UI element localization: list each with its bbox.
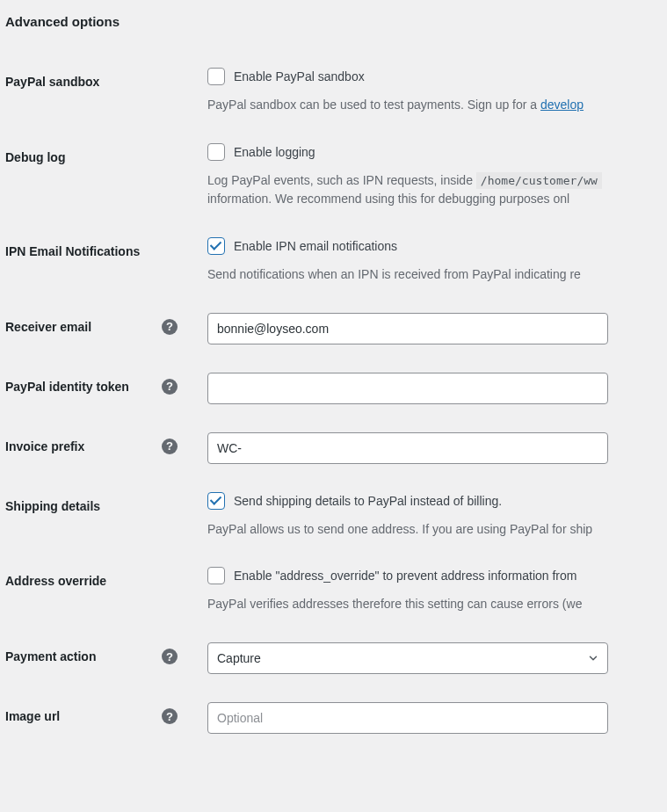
address-override-checkbox-label[interactable]: Enable "address_override" to prevent add… (207, 567, 667, 584)
ipn-notifications-checkbox-label[interactable]: Enable IPN email notifications (207, 237, 667, 255)
help-icon[interactable]: ? (162, 439, 178, 454)
debug-log-checkbox-text: Enable logging (234, 145, 315, 159)
address-override-checkbox[interactable] (207, 567, 225, 584)
ipn-notifications-checkbox-text: Enable IPN email notifications (234, 239, 397, 253)
identity-token-label: PayPal identity token (5, 380, 129, 394)
invoice-prefix-label: Invoice prefix (5, 439, 84, 453)
image-url-label: Image url (5, 709, 60, 723)
settings-table: PayPal sandbox Enable PayPal sandbox Pay… (5, 54, 667, 748)
debug-log-checkbox[interactable] (207, 143, 225, 161)
paypal-sandbox-checkbox-label[interactable]: Enable PayPal sandbox (207, 68, 667, 85)
payment-action-label: Payment action (5, 649, 96, 663)
address-override-checkbox-text: Enable "address_override" to prevent add… (234, 569, 576, 583)
address-override-description: PayPal verifies addresses therefore this… (207, 595, 667, 614)
shipping-details-label: Shipping details (5, 499, 100, 513)
receiver-email-label: Receiver email (5, 320, 91, 334)
image-url-input[interactable] (207, 702, 608, 734)
shipping-details-checkbox-label[interactable]: Send shipping details to PayPal instead … (207, 492, 667, 510)
debug-log-path-code: /home/customer/ww (476, 172, 602, 189)
payment-action-select[interactable]: Capture (207, 642, 608, 674)
debug-log-label: Debug log (5, 150, 65, 164)
ipn-notifications-checkbox[interactable] (207, 237, 225, 255)
debug-log-checkbox-label[interactable]: Enable logging (207, 143, 667, 161)
paypal-sandbox-checkbox[interactable] (207, 68, 225, 85)
section-title: Advanced options (5, 14, 667, 29)
invoice-prefix-input[interactable] (207, 432, 608, 464)
ipn-notifications-label: IPN Email Notifications (5, 244, 140, 258)
help-icon[interactable]: ? (162, 708, 178, 724)
paypal-sandbox-label: PayPal sandbox (5, 75, 99, 89)
paypal-sandbox-description-text: PayPal sandbox can be used to test payme… (207, 98, 540, 112)
shipping-details-checkbox[interactable] (207, 492, 225, 510)
receiver-email-input[interactable] (207, 313, 608, 344)
help-icon[interactable]: ? (162, 319, 178, 335)
help-icon[interactable]: ? (162, 649, 178, 664)
debug-log-description: Log PayPal events, such as IPN requests,… (207, 171, 667, 209)
debug-log-description-text2: information. We recommend using this for… (207, 192, 569, 206)
shipping-details-description: PayPal allows us to send one address. If… (207, 520, 667, 540)
identity-token-input[interactable] (207, 373, 608, 404)
paypal-sandbox-checkbox-text: Enable PayPal sandbox (234, 69, 365, 83)
address-override-label: Address override (5, 574, 106, 588)
debug-log-description-text1: Log PayPal events, such as IPN requests,… (207, 173, 476, 187)
shipping-details-checkbox-text: Send shipping details to PayPal instead … (234, 494, 502, 508)
paypal-sandbox-description: PayPal sandbox can be used to test payme… (207, 96, 667, 115)
developer-link[interactable]: develop (540, 98, 584, 112)
help-icon[interactable]: ? (162, 379, 178, 395)
ipn-notifications-description: Send notifications when an IPN is receiv… (207, 265, 667, 285)
